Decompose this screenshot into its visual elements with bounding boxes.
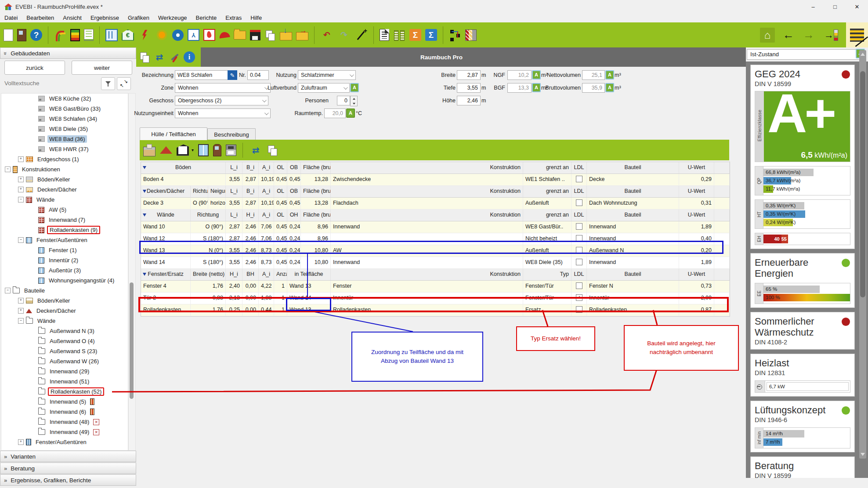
menu-item-bearbeiten[interactable]: Bearbeiten [22, 14, 58, 21]
filter-button[interactable] [101, 77, 115, 90]
state-select[interactable]: Ist-Zustand [747, 49, 863, 60]
help-icon[interactable]: ? [30, 29, 42, 41]
tree-item-decken-dächer[interactable]: +Decken/Dächer [1, 184, 128, 195]
tree-item-we8-hwr-37-[interactable]: WE8 HWR (37) [1, 144, 128, 154]
tree-item-innenwand-48-[interactable]: Innenwand (48)✕ [1, 417, 128, 427]
tree-expander-icon[interactable]: − [5, 166, 11, 172]
tree-expander-icon[interactable]: − [18, 237, 24, 243]
tree-item-we8-bad-36-[interactable]: WE8 Bad (36) [1, 134, 128, 144]
tree-item-fenster-außentüren[interactable]: +Fenster/Außentüren [1, 437, 128, 447]
tree-expander-icon[interactable]: − [18, 318, 24, 324]
tree-scrollbar[interactable] [128, 93, 136, 451]
sum-orange-icon[interactable]: Σ [409, 29, 421, 41]
transfer-icon[interactable]: ⇄ [153, 51, 166, 64]
ldl-checkbox[interactable] [576, 223, 582, 230]
roof-cap-icon[interactable] [219, 31, 230, 38]
tree-item-innenwand-29-[interactable]: Innenwand (29) [1, 366, 128, 376]
copy-room-icon[interactable] [139, 51, 150, 63]
tree-item-innenwand-5-[interactable]: Innenwand (5) [1, 397, 128, 407]
menu-item-grafiken[interactable]: Grafiken [123, 14, 154, 21]
stepper-up-icon[interactable] [351, 96, 357, 101]
luftverbund-auto-button[interactable]: A [350, 83, 359, 92]
nettovolumen-input[interactable]: 25,1 [582, 70, 605, 80]
tree-item-aw-5-[interactable]: AW (5) [1, 205, 128, 215]
tree-item-erdgeschoss-1-[interactable]: +Erdgeschoss (1) [1, 154, 128, 164]
dropdown-caret-icon[interactable]: ▾ [192, 148, 194, 152]
document-icon[interactable] [380, 29, 389, 41]
tree-item-fenster-1-[interactable]: Fenster (1) [1, 245, 128, 255]
tree-expander-icon[interactable]: − [18, 197, 24, 202]
sun-icon[interactable] [155, 29, 168, 42]
sidebar-section-beratung[interactable]: » Beratung [0, 463, 136, 474]
sidebar-section-varianten[interactable]: » Varianten [0, 451, 136, 462]
hoehe-input[interactable]: 2,46 [457, 96, 481, 105]
word-report-icon[interactable] [84, 29, 94, 41]
menu-item-ergebnisse[interactable]: Ergebnisse [86, 14, 123, 21]
wall-layers-icon[interactable] [465, 29, 477, 41]
geschoss-select[interactable]: Obergeschoss (2) [175, 96, 268, 105]
personen-stepper[interactable] [350, 96, 358, 106]
tree-item-außenwand-s-23-[interactable]: Außenwand S (23) [1, 346, 128, 356]
ldl-checkbox[interactable] [576, 282, 582, 289]
euro-house-icon[interactable]: € [122, 29, 134, 41]
ldl-checkbox[interactable] [576, 176, 582, 182]
minimize-button[interactable]: – [802, 0, 824, 13]
window-icon[interactable] [198, 144, 209, 156]
table-row-wand-10[interactable]: Wand 10O (90°)2,872,467,060,450,248,96In… [141, 221, 730, 233]
menu-item-datei[interactable]: Datei [0, 14, 22, 21]
goto-plan-icon[interactable]: → [822, 29, 835, 42]
sidebar-section-ergebnisse[interactable]: » Ergebnisse, Grafiken, Berichte [0, 474, 136, 486]
table-row-decke-3[interactable]: Decke 3O (90°)horizon..3,552,8710,190,45… [141, 198, 730, 210]
bruttovolumen-auto-button[interactable]: A [605, 83, 614, 92]
scroll-down-icon[interactable] [861, 453, 865, 456]
ngf-input[interactable]: 10,2 [507, 70, 532, 80]
bruttovolumen-input[interactable]: 35,9 [582, 83, 605, 93]
tree-item-wände[interactable]: −Wände [1, 316, 128, 326]
next-button[interactable]: weiter [72, 61, 132, 75]
menu-item-ansicht[interactable]: Ansicht [58, 14, 86, 21]
ldl-checkbox[interactable] [576, 199, 582, 206]
forward-icon[interactable]: → [802, 29, 815, 42]
ldl-checkbox[interactable] [576, 247, 582, 253]
tree-item-we8-gast-büro-33-[interactable]: WE8 Gast/Büro (33) [1, 104, 128, 114]
tree-item-we8-diele-35-[interactable]: WE8 Diele (35) [1, 124, 128, 134]
tree-item-wände[interactable]: −Wände [1, 195, 128, 205]
nettovolumen-auto-button[interactable]: A [605, 70, 614, 80]
scroll-up-icon[interactable] [861, 53, 865, 56]
tree-item-rolladenkasten-52-[interactable]: Rolladenkasten (52) [1, 387, 128, 397]
table-row-wand-13[interactable]: Wand 13N (0°)3,552,468,730,450,2410,80AW… [141, 245, 730, 257]
sanitary-icon[interactable]: Y [188, 29, 199, 41]
tree-expander-icon[interactable]: − [5, 288, 11, 293]
back-button[interactable]: zurück [4, 61, 65, 75]
copy-icon[interactable] [264, 29, 276, 41]
table-row-fenster-4[interactable]: Fenster 41,762,400,004,221Wand 13Fenster… [141, 281, 730, 293]
tree-item-innenwand-51-[interactable]: Innenwand (51) [1, 376, 128, 387]
building-curves-icon[interactable] [54, 29, 66, 41]
panel-scrollbar[interactable] [859, 50, 866, 459]
copy-icon[interactable] [267, 145, 278, 156]
import-icon[interactable] [280, 32, 292, 40]
tree-item-decken-dächer[interactable]: +Decken/Dächer [1, 306, 128, 316]
tree-item-innentür-2-[interactable]: Innentür (2) [1, 255, 128, 265]
menu-item-extras[interactable]: Extras [221, 14, 246, 21]
close-button[interactable]: ✕ [846, 0, 868, 13]
export-icon[interactable] [296, 32, 308, 40]
zone-select[interactable]: Wohnen [175, 83, 271, 93]
tree-item-we8-schlafen-34-[interactable]: WE8 Schlafen (34) [1, 114, 128, 124]
tiefe-input[interactable]: 3,55 [457, 83, 481, 93]
tree-item-rolladenkasten-9-[interactable]: Rolladenkasten (9) [1, 225, 128, 235]
panel-scrollbar-thumb[interactable] [860, 71, 865, 297]
ldl-checkbox[interactable] [576, 306, 582, 313]
luftverbund-select[interactable]: Zuluftraum [298, 83, 350, 93]
tree-item-außenwand-o-4-[interactable]: Außenwand O (4) [1, 336, 128, 346]
tree-expander-icon[interactable]: + [18, 308, 24, 314]
nutzungseinheit-select[interactable]: Wohnen [175, 108, 271, 118]
collapse-tree-button[interactable] [117, 77, 131, 90]
workflow-icon[interactable] [449, 29, 461, 41]
floor-icon[interactable] [143, 147, 156, 156]
save-icon[interactable] [250, 30, 260, 40]
house-wireframe-icon[interactable]: ⌂ [760, 28, 775, 43]
tree-item-fenster-außentüren[interactable]: −Fenster/Außentüren [1, 235, 128, 245]
elevator-icon[interactable] [226, 145, 236, 156]
raumtemp-auto-button[interactable]: A [346, 108, 355, 118]
